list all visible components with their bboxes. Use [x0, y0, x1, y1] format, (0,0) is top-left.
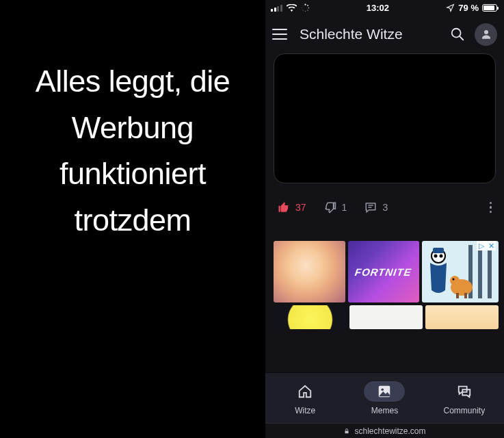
ad-thumb-1[interactable]	[274, 241, 345, 302]
thumbs-down-icon	[324, 201, 336, 214]
svg-rect-24	[464, 293, 467, 298]
comment-count: 3	[382, 202, 388, 213]
wifi-icon	[287, 4, 297, 12]
status-right: 79 %	[446, 3, 497, 13]
svg-point-7	[302, 5, 303, 5]
svg-point-2	[308, 7, 309, 8]
ad-thumb-2[interactable]: FORTNITE	[348, 241, 420, 302]
ad-badge[interactable]: ▷ ✕	[477, 241, 496, 250]
svg-point-10	[484, 30, 488, 34]
svg-point-0	[304, 3, 306, 5]
image-icon	[377, 384, 392, 399]
kebab-icon	[490, 202, 492, 214]
ad-thumb-6[interactable]	[425, 305, 499, 329]
lock-icon	[343, 428, 350, 435]
svg-rect-17	[433, 248, 444, 253]
nav-community[interactable]: Community	[430, 381, 499, 415]
media-placeholder[interactable]	[274, 53, 496, 183]
svg-point-4	[304, 10, 305, 11]
svg-rect-23	[456, 293, 459, 298]
meme-caption: Alles leggt, die Werbung funktioniert tr…	[0, 58, 265, 243]
home-icon	[297, 384, 313, 399]
phone-screenshot: 13:02 79 % Schlechte Witze	[265, 0, 504, 438]
svg-point-1	[306, 5, 308, 6]
dislike-button[interactable]: 1	[324, 201, 347, 214]
status-time: 13:02	[367, 3, 389, 13]
search-button[interactable]	[450, 27, 465, 42]
app-header: Schlechte Witze	[265, 15, 504, 53]
svg-point-3	[307, 10, 308, 11]
like-button[interactable]: 37	[278, 201, 306, 214]
location-arrow-icon	[446, 3, 455, 12]
cellular-signal-icon	[271, 4, 282, 12]
more-options-button[interactable]	[490, 202, 492, 214]
nav-community-label: Community	[443, 406, 485, 415]
dislike-count: 1	[342, 202, 347, 213]
browser-url-bar[interactable]: schlechtewitze.com	[265, 423, 504, 438]
svg-line-9	[460, 36, 463, 40]
status-bar: 13:02 79 %	[265, 0, 504, 15]
like-count: 37	[295, 202, 306, 213]
ad-thumb-5[interactable]	[349, 305, 423, 329]
svg-point-26	[382, 388, 384, 391]
comment-icon	[364, 201, 377, 214]
svg-point-6	[302, 7, 302, 8]
ad-close-icon[interactable]: ✕	[486, 241, 496, 250]
content-area: 37 1 3 FORTNITE	[265, 53, 504, 372]
menu-button[interactable]	[272, 29, 287, 40]
left-panel: Alles leggt, die Werbung funktioniert tr…	[0, 0, 265, 438]
nav-memes[interactable]: Memes	[350, 381, 419, 415]
comments-button[interactable]: 3	[364, 201, 388, 214]
svg-point-19	[440, 255, 443, 258]
loading-spinner-icon	[301, 3, 310, 12]
app-title: Schlechte Witze	[300, 26, 450, 42]
battery-icon	[482, 4, 497, 12]
bottom-nav: Witze Memes Community	[265, 372, 504, 423]
svg-point-22	[453, 279, 455, 281]
battery-pct: 79 %	[458, 3, 479, 13]
url-text: schlechtewitze.com	[354, 426, 425, 436]
svg-point-5	[302, 10, 303, 10]
account-button[interactable]	[475, 23, 497, 46]
person-icon	[480, 28, 492, 40]
nav-memes-label: Memes	[371, 406, 398, 415]
svg-point-21	[450, 276, 460, 285]
ad-info-icon[interactable]: ▷	[477, 241, 486, 250]
ad-thumb-2-label: FORTNITE	[354, 266, 412, 278]
root: Alles leggt, die Werbung funktioniert tr…	[0, 0, 504, 438]
ad-thumb-4[interactable]	[274, 305, 347, 329]
ad-banner[interactable]: FORTNITE	[271, 241, 499, 347]
forum-icon	[457, 384, 472, 399]
svg-point-18	[434, 255, 438, 258]
svg-rect-15	[488, 245, 492, 298]
svg-rect-27	[345, 430, 349, 433]
status-left	[271, 3, 310, 12]
nav-witze[interactable]: Witze	[271, 381, 339, 415]
nav-witze-label: Witze	[295, 406, 315, 415]
svg-rect-14	[478, 245, 482, 298]
thumbs-up-icon	[278, 201, 290, 214]
post-actions: 37 1 3	[271, 201, 499, 214]
